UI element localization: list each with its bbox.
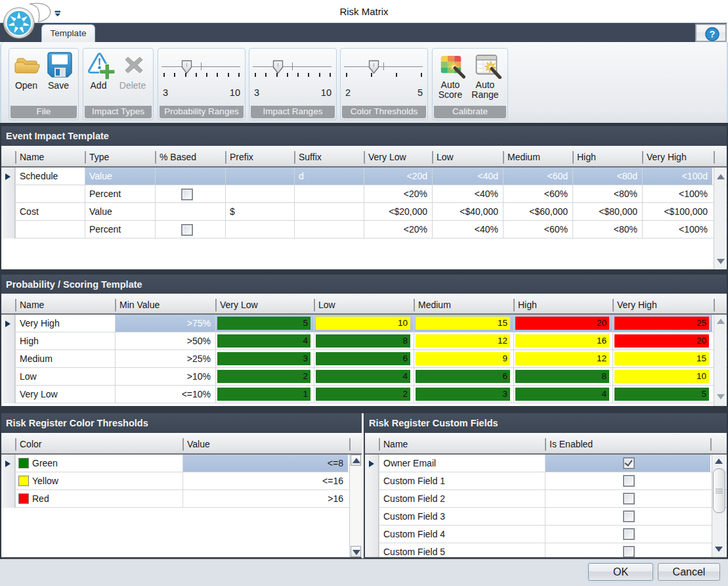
svg-text:?: ? xyxy=(710,29,716,39)
